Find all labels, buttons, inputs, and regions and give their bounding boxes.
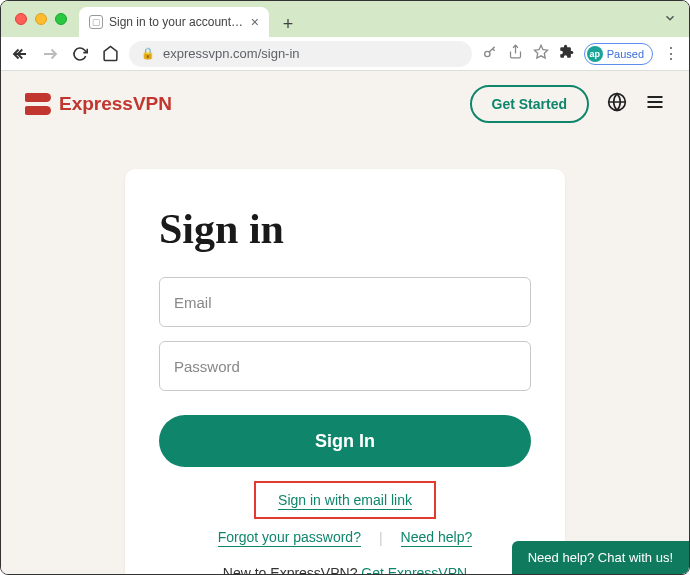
minimize-window-icon[interactable] xyxy=(35,13,47,25)
signin-title: Sign in xyxy=(159,205,531,253)
site-header: ExpressVPN Get Started xyxy=(1,71,689,137)
brand-logo-link[interactable]: ExpressVPN xyxy=(25,93,172,115)
home-button[interactable] xyxy=(101,45,119,63)
new-tab-button[interactable]: + xyxy=(275,11,301,37)
close-window-icon[interactable] xyxy=(15,13,27,25)
chat-widget-button[interactable]: Need help? Chat with us! xyxy=(512,541,689,574)
tab-close-icon[interactable]: × xyxy=(251,14,259,30)
signin-button[interactable]: Sign In xyxy=(159,415,531,467)
key-icon[interactable] xyxy=(482,44,498,64)
maximize-window-icon[interactable] xyxy=(55,13,67,25)
svg-marker-7 xyxy=(534,45,547,58)
password-placeholder: Password xyxy=(174,358,240,375)
profile-paused-badge[interactable]: ap Paused xyxy=(584,43,653,65)
get-started-button[interactable]: Get Started xyxy=(470,85,589,123)
highlighted-link-box: Sign in with email link xyxy=(254,481,436,519)
window-controls[interactable] xyxy=(15,13,67,25)
browser-toolbar: 🔒 expressvpn.com/sign-in ap Paused ⋮ xyxy=(1,37,689,71)
email-field[interactable]: Email xyxy=(159,277,531,327)
get-expressvpn-link[interactable]: Get ExpressVPN xyxy=(361,565,467,574)
paused-label: Paused xyxy=(607,48,644,60)
new-to-text: New to ExpressVPN? xyxy=(223,565,358,574)
signin-email-link[interactable]: Sign in with email link xyxy=(278,492,412,510)
browser-tab-active[interactable]: ▢ Sign in to your account | Expre… × xyxy=(79,7,269,37)
expressvpn-logo-icon xyxy=(25,93,51,115)
page-content: ExpressVPN Get Started Sign in Email Pas… xyxy=(1,71,689,574)
lock-icon: 🔒 xyxy=(141,47,155,60)
share-icon[interactable] xyxy=(508,44,523,63)
browser-titlebar: ▢ Sign in to your account | Expre… × + xyxy=(1,1,689,37)
signin-card: Sign in Email Password Sign In Sign in w… xyxy=(125,169,565,574)
back-button[interactable] xyxy=(11,45,29,63)
tab-bar: ▢ Sign in to your account | Expre… × + xyxy=(79,1,301,37)
hamburger-menu-icon[interactable] xyxy=(645,92,665,117)
avatar-icon: ap xyxy=(587,46,603,62)
url-text: expressvpn.com/sign-in xyxy=(163,46,300,61)
svg-line-5 xyxy=(492,48,494,50)
tabs-dropdown-icon[interactable] xyxy=(663,11,677,29)
forgot-password-link[interactable]: Forgot your password? xyxy=(218,529,361,547)
reload-button[interactable] xyxy=(71,45,89,63)
divider-pipe: | xyxy=(379,530,383,546)
star-icon[interactable] xyxy=(533,44,549,64)
kebab-menu-icon[interactable]: ⋮ xyxy=(663,44,679,63)
address-bar[interactable]: 🔒 expressvpn.com/sign-in xyxy=(129,41,472,67)
brand-name: ExpressVPN xyxy=(59,93,172,115)
forward-button[interactable] xyxy=(41,45,59,63)
language-globe-icon[interactable] xyxy=(607,92,627,117)
need-help-link[interactable]: Need help? xyxy=(401,529,473,547)
password-field[interactable]: Password xyxy=(159,341,531,391)
tab-title: Sign in to your account | Expre… xyxy=(109,15,245,29)
email-placeholder: Email xyxy=(174,294,212,311)
tab-favicon-icon: ▢ xyxy=(89,15,103,29)
extensions-icon[interactable] xyxy=(559,44,574,63)
